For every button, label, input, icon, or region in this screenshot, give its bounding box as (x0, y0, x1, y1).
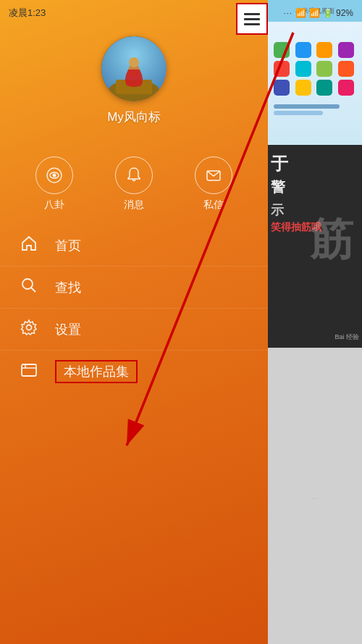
wifi-icon: 📶 (295, 8, 306, 18)
signal-icon: 📶 (309, 8, 320, 18)
svg-rect-12 (22, 364, 36, 376)
bell-icon (125, 167, 143, 184)
avatar[interactable] (101, 36, 167, 101)
messages-label: 消息 (124, 198, 144, 212)
status-bar: 凌晨1:23 ··· 📶 📶 🔋 92% (0, 0, 362, 26)
hamburger-line-2 (244, 18, 260, 20)
menu-item-search[interactable]: 查找 (0, 267, 268, 309)
battery-icon: 🔋 (323, 9, 333, 18)
menu-item-home[interactable]: 首页 (0, 225, 268, 267)
local-works-label: 本地作品集 (55, 360, 138, 383)
local-works-icon (20, 361, 42, 382)
signal-dots: ··· (284, 9, 292, 17)
settings-icon (20, 319, 42, 340)
home-icon (20, 235, 42, 256)
quick-action-messages[interactable]: 消息 (115, 156, 153, 212)
dm-icon-circle (195, 156, 232, 194)
username: My风向标 (107, 109, 161, 125)
watermark: Bai 经验 (334, 333, 359, 342)
gossip-label: 八卦 (44, 198, 64, 212)
hamburger-line-3 (244, 23, 260, 25)
user-profile-area: My风向标 (0, 36, 268, 125)
mail-icon (205, 167, 222, 184)
svg-line-10 (31, 288, 35, 292)
status-icons: ··· 📶 📶 🔋 92% (284, 8, 353, 18)
avatar-image (101, 36, 167, 101)
search-label: 查找 (55, 279, 81, 296)
quick-action-gossip[interactable]: 八卦 (35, 156, 73, 212)
eye-icon (46, 167, 63, 184)
hamburger-menu-button[interactable] (236, 3, 268, 35)
bottom-image-text: 于 警 示 笑得抽筋哦 (271, 152, 321, 233)
menu-item-settings[interactable]: 设置 (0, 309, 268, 351)
svg-point-11 (27, 325, 32, 330)
menu-item-local-works[interactable]: 本地作品集 (0, 351, 268, 393)
gossip-icon-circle (35, 156, 73, 194)
home-label: 首页 (55, 237, 81, 254)
quick-action-dm[interactable]: 私信 (195, 156, 232, 212)
battery-percentage: 92% (336, 8, 353, 18)
dm-label: 私信 (203, 198, 224, 212)
messages-icon-circle (115, 156, 153, 194)
quick-actions-row: 八卦 消息 私信 (0, 145, 268, 223)
search-icon (20, 277, 42, 298)
svg-point-7 (53, 174, 56, 177)
svg-point-9 (22, 279, 33, 289)
right-panel: 小米手机界面 于 警 示 笑得抽筋哦 筋 (268, 0, 362, 644)
navigation-menu: 首页 查找 设置 本地作品集 (0, 225, 268, 393)
status-time: 凌晨1:23 (9, 7, 46, 20)
hamburger-line-1 (244, 13, 260, 15)
svg-point-4 (129, 57, 139, 67)
settings-label: 设置 (55, 321, 81, 338)
right-panel-bottom-image: 于 警 示 笑得抽筋哦 筋 Bai 经验 (268, 145, 362, 348)
right-panel-rest: ... (268, 348, 362, 644)
